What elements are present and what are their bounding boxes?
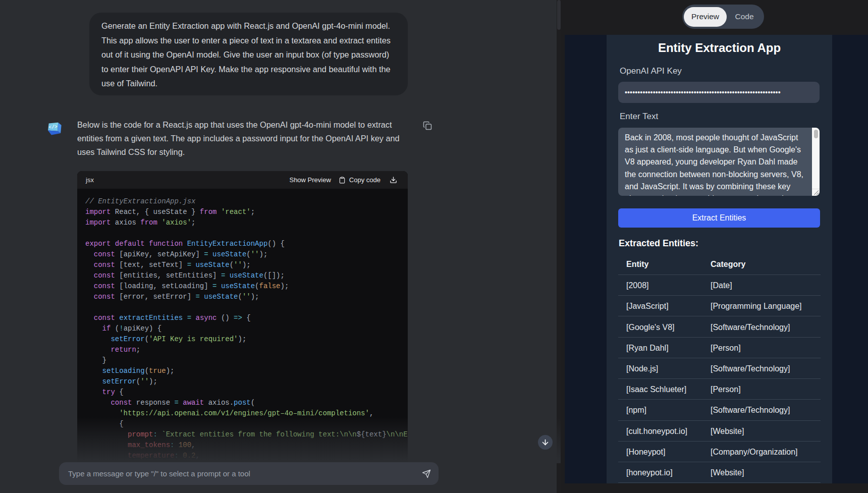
svg-text:</>: </>: [48, 124, 58, 131]
